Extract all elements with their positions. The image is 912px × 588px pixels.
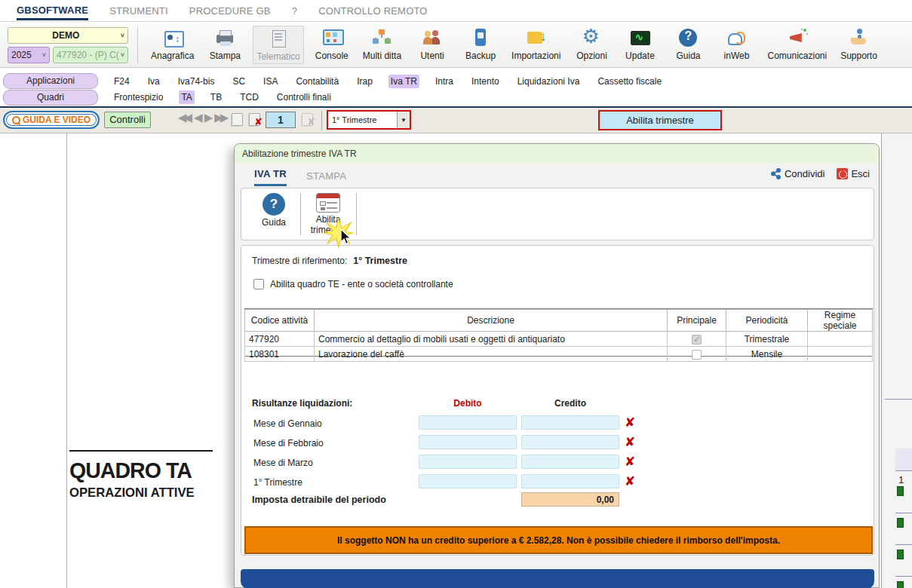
tab-ta[interactable]: TA	[179, 90, 194, 104]
backup-button[interactable]: Backup	[460, 26, 501, 63]
tab-isa[interactable]: ISA	[261, 75, 280, 88]
clear-row-icon[interactable]: ✘	[625, 436, 635, 449]
supporto-button[interactable]: Supporto	[837, 26, 880, 63]
tab-contabilita[interactable]: Contabilità	[293, 75, 341, 88]
tab-cassetto-fiscale[interactable]: Cassetto fiscale	[595, 75, 664, 88]
abilita-trimestre-toolbar-button[interactable]: Abilita trimestre	[598, 110, 722, 130]
anagrafica-button[interactable]: Anagrafica	[148, 26, 197, 63]
users-icon	[422, 27, 443, 48]
comunicazioni-button[interactable]: Comunicazioni	[764, 26, 830, 63]
next-record-icon[interactable]: ▶	[204, 111, 210, 124]
trimestre-riferimento-value: 1° Trimestre	[353, 256, 407, 266]
credito-input-marzo[interactable]	[521, 455, 619, 469]
tab-f24[interactable]: F24	[112, 75, 132, 88]
tab-intra[interactable]: Intra	[433, 75, 456, 88]
dialog-title: Abilitazione trimestre IVA TR	[235, 144, 879, 164]
dialog-tab-iva-tr[interactable]: IVA TR	[254, 168, 287, 186]
form-right-column: 1	[881, 133, 912, 588]
row-label: Mese di Febbraio	[253, 438, 324, 449]
utenti-button[interactable]: Utenti	[412, 26, 453, 63]
chevron-down-icon: ˅	[121, 51, 124, 59]
menu-procedure-gb[interactable]: PROCEDURE GB	[189, 5, 271, 17]
debito-input-trimestre[interactable]	[419, 474, 517, 488]
dialog-footer-bar	[241, 569, 874, 588]
menu-gbsoftware[interactable]: GBSOFTWARE	[17, 1, 88, 20]
principale-checkbox	[692, 350, 702, 360]
tab-tcd[interactable]: TCD	[238, 90, 261, 104]
share-icon	[770, 168, 781, 179]
tab-tb[interactable]: TB	[208, 90, 224, 104]
imposta-detraibile-field: 0,00	[521, 492, 619, 507]
credito-input-trimestre[interactable]	[521, 474, 619, 488]
opzioni-button[interactable]: Opzioni	[571, 26, 612, 63]
page-number-box[interactable]: 1	[266, 112, 296, 128]
printer-icon	[214, 27, 235, 48]
credito-input-febbraio[interactable]	[521, 435, 619, 449]
menu-strumenti[interactable]: STRUMENTI	[109, 5, 168, 17]
exit-icon	[837, 168, 848, 179]
row-label: Mese di Marzo	[253, 458, 313, 468]
activity-select[interactable]: 477920 - (P) C(˅	[53, 47, 128, 63]
controlli-button[interactable]: Controlli	[104, 112, 151, 128]
stampa-button[interactable]: Stampa	[204, 26, 245, 63]
tab-frontespizio[interactable]: Frontespizio	[112, 90, 165, 104]
clear-row-icon[interactable]: ✘	[625, 475, 635, 488]
year-select[interactable]: 2025˅	[8, 47, 50, 63]
tab-intento[interactable]: Intento	[469, 75, 502, 88]
quadro-title: QUADRO TA	[69, 458, 209, 483]
ribbon-guida-button[interactable]: ? Guida	[250, 193, 297, 228]
tab-iva74bis[interactable]: Iva74-bis	[176, 75, 217, 88]
abilitazione-trimestre-dialog: Abilitazione trimestre IVA TR IVA TR STA…	[234, 143, 880, 588]
applicazioni-button[interactable]: Applicazioni	[3, 73, 98, 89]
ribbon-abilita-trimestre-button[interactable]: Abilita trimestre	[305, 193, 352, 236]
first-record-icon[interactable]: ◀◀	[178, 111, 189, 124]
document-icon	[268, 28, 289, 49]
field-marker	[897, 486, 904, 496]
debito-input-febbraio[interactable]	[419, 435, 517, 449]
monitor-pulse-icon	[629, 27, 650, 48]
tab-sc[interactable]: SC	[230, 75, 247, 88]
prev-record-icon[interactable]: ◀	[194, 111, 200, 124]
last-record-icon[interactable]: ▶▶	[214, 111, 226, 124]
cloud-icon	[726, 27, 747, 48]
guida-button[interactable]: Guida	[668, 26, 708, 63]
trimestre-riferimento-label: Trimestre di riferimento:	[252, 256, 347, 266]
company-select[interactable]: DEMO˅	[8, 27, 128, 44]
debito-input-marzo[interactable]	[419, 455, 517, 469]
copy-page-icon[interactable]	[230, 112, 244, 127]
clear-row-icon[interactable]: ✘	[625, 455, 635, 468]
condividi-button[interactable]: Condividi	[770, 168, 824, 179]
page-border	[66, 133, 67, 588]
tab-iva-tr[interactable]: Iva TR	[388, 75, 419, 88]
chevron-down-icon[interactable]: ▼	[397, 112, 410, 128]
tab-liquidazioni-iva[interactable]: Liquidazioni Iva	[515, 75, 582, 88]
tab-iva[interactable]: Iva	[146, 75, 162, 88]
table-row: 108301 Lavorazione del caffè Mensile	[245, 347, 873, 362]
debito-input-gennaio[interactable]	[419, 415, 517, 430]
clear-row-icon[interactable]: ✘	[625, 416, 635, 429]
guida-e-video-button[interactable]: GUIDA E VIDEO	[3, 111, 100, 129]
update-button[interactable]: Update	[619, 26, 660, 63]
toolbar-buttons: Anagrafica Stampa Telematico Console Mul…	[148, 26, 880, 66]
module-tabs-row1: F24 Iva Iva74-bis SC ISA Contabilità Ira…	[112, 74, 664, 89]
menu-help[interactable]: ?	[292, 5, 297, 17]
tab-irap[interactable]: Irap	[355, 75, 375, 88]
megaphone-icon	[787, 27, 808, 48]
quadri-button[interactable]: Quadri	[3, 90, 98, 106]
abilita-quadro-te-label: Abilita quadro TE - ente o società contr…	[270, 279, 453, 289]
tab-controlli-finali[interactable]: Controlli finali	[275, 90, 333, 104]
inweb-button[interactable]: inWeb	[716, 26, 757, 63]
credito-input-gennaio[interactable]	[521, 415, 619, 430]
importazioni-button[interactable]: Importazioni	[508, 26, 563, 63]
esci-button[interactable]: Esci	[837, 168, 870, 179]
activities-table: Codice attività Descrizione Principale P…	[244, 309, 873, 362]
field-marker	[897, 581, 904, 588]
dialog-tab-stampa[interactable]: STAMPA	[306, 170, 346, 186]
console-button[interactable]: Console	[312, 26, 352, 63]
delete-page-icon[interactable]	[247, 112, 261, 127]
multi-ditta-button[interactable]: Multi ditta	[360, 26, 404, 63]
monitor-icon	[321, 27, 342, 48]
menu-controllo-remoto[interactable]: CONTROLLO REMOTO	[318, 5, 428, 17]
trimestre-select[interactable]: 1° Trimestre ▼	[327, 110, 411, 130]
abilita-quadro-te-checkbox[interactable]	[253, 279, 264, 289]
